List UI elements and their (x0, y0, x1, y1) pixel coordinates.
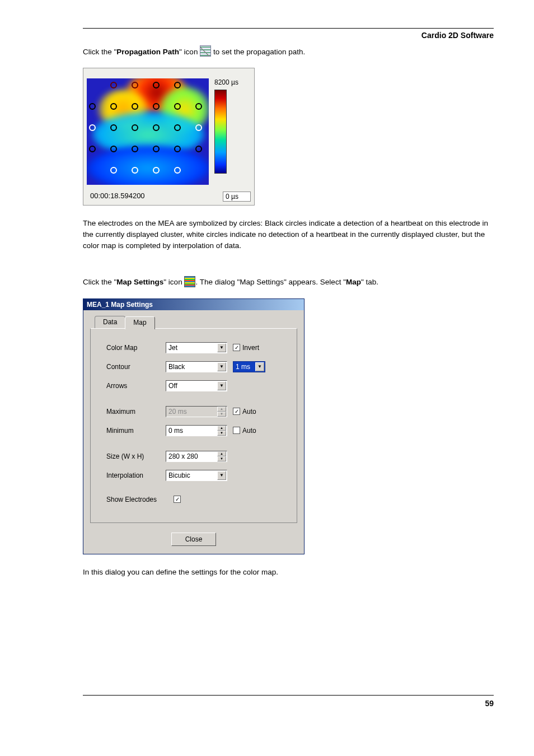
chevron-down-icon[interactable]: ▼ (217, 362, 226, 371)
text: " tab. (361, 278, 378, 286)
contour-combo[interactable]: Black ▼ (166, 361, 227, 372)
paragraph-electrode-explanation: The electrodes on the MEA are symbolized… (83, 218, 494, 251)
arrows-value: Off (168, 382, 177, 390)
tab-data[interactable]: Data (95, 316, 125, 329)
term-map: Map (346, 278, 361, 286)
paragraph-map-settings: Click the "Map Settings" icon . The dial… (83, 277, 494, 288)
heatmap-canvas (87, 78, 209, 185)
colorbar-top-label: 8200 µs (214, 78, 248, 86)
map-settings-icon (184, 276, 195, 287)
paragraph-dialog-summary: In this dialog you can define the settin… (83, 567, 494, 578)
label-contour: Contour (106, 363, 160, 371)
paragraph-propagation-path: Click the "Propagation Path" icon to set… (83, 46, 494, 58)
invert-checkbox[interactable]: ✓ Invert (233, 344, 259, 352)
term-map-settings: Map Settings (116, 278, 163, 286)
spin-up-icon[interactable]: ▲ (217, 426, 226, 431)
auto-min-label: Auto (242, 427, 256, 435)
spin-down-icon[interactable]: ▼ (217, 412, 226, 417)
chevron-down-icon[interactable]: ▼ (217, 471, 226, 480)
colorbar (214, 90, 227, 174)
label-maximum: Maximum (106, 408, 160, 416)
spin-down-icon[interactable]: ▼ (217, 456, 226, 461)
map-settings-dialog: MEA_1 Map Settings Data Map Color Map Je… (83, 298, 305, 554)
spin-up-icon[interactable]: ▲ (217, 451, 226, 456)
text: to set the propagation path. (211, 48, 305, 56)
text: " icon (179, 48, 200, 56)
tab-map[interactable]: Map (125, 316, 154, 329)
text: . The dialog "Map Settings" appears. Sel… (195, 278, 346, 286)
label-interpolation: Interpolation (106, 472, 160, 479)
arrows-combo[interactable]: Off ▼ (166, 380, 227, 391)
minimum-value: 0 ms (168, 427, 183, 435)
label-minimum: Minimum (106, 427, 160, 435)
maximum-value: 20 ms (168, 408, 187, 416)
close-button[interactable]: Close (171, 533, 216, 546)
spin-up-icon[interactable]: ▲ (217, 407, 226, 412)
text: " icon (163, 278, 184, 286)
spin-down-icon[interactable]: ▼ (217, 431, 226, 436)
maximum-spin[interactable]: 20 ms ▲▼ (166, 406, 227, 417)
auto-min-checkbox[interactable]: Auto (233, 427, 256, 435)
invert-label: Invert (242, 344, 259, 352)
show-electrodes-checkbox[interactable]: ✓ (174, 496, 181, 503)
auto-max-checkbox[interactable]: ✓ Auto (233, 408, 256, 416)
contour-step-combo[interactable]: 1 ms ▼ (233, 361, 265, 372)
contour-step-value: 1 ms (236, 363, 250, 371)
propagation-map-figure: 8200 µs 00:00:18.594200 0 µs (83, 68, 255, 206)
dialog-title: MEA_1 Map Settings (87, 301, 153, 309)
size-spin[interactable]: 280 x 280 ▲▼ (166, 451, 227, 462)
size-value: 280 x 280 (168, 452, 198, 460)
chevron-down-icon[interactable]: ▼ (217, 343, 226, 352)
term-propagation-path: Propagation Path (116, 48, 179, 56)
interpolation-value: Bicubic (168, 472, 190, 479)
color-map-combo[interactable]: Jet ▼ (166, 342, 227, 353)
page-header: Cardio 2D Software (83, 31, 494, 40)
label-arrows: Arrows (106, 382, 160, 390)
text: Click the " (83, 278, 116, 286)
dialog-titlebar[interactable]: MEA_1 Map Settings (83, 299, 304, 310)
page-number: 59 (83, 695, 494, 708)
colorbar-bottom-label: 0 µs (223, 192, 251, 202)
heatmap-timestamp: 00:00:18.594200 (90, 192, 145, 202)
contour-value: Black (168, 363, 185, 371)
label-size: Size (W x H) (106, 452, 160, 460)
interpolation-combo[interactable]: Bicubic ▼ (166, 470, 227, 481)
text: Click the " (83, 48, 116, 56)
label-color-map: Color Map (106, 344, 160, 352)
label-show-electrodes: Show Electrodes (106, 496, 168, 503)
minimum-spin[interactable]: 0 ms ▲▼ (166, 425, 227, 436)
color-map-value: Jet (168, 344, 177, 352)
chevron-down-icon[interactable]: ▼ (255, 362, 264, 371)
propagation-path-icon (200, 45, 211, 57)
auto-max-label: Auto (242, 408, 256, 416)
chevron-down-icon[interactable]: ▼ (217, 381, 226, 390)
